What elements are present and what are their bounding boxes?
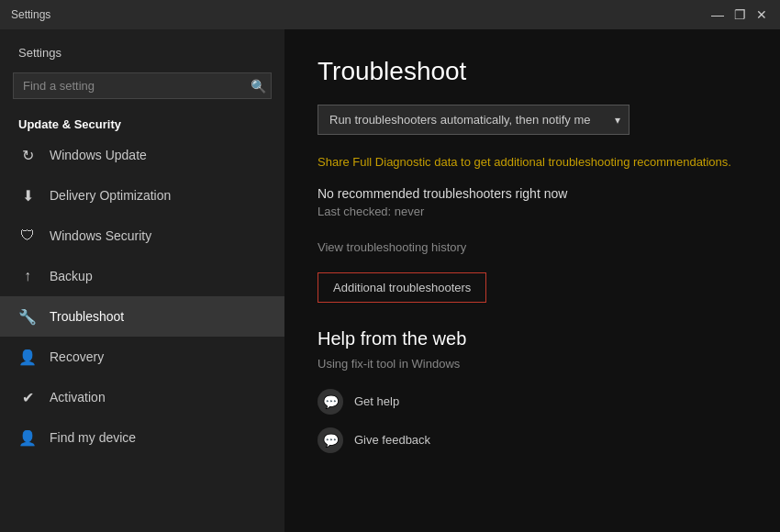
sidebar-section-label: Update & Security (0, 110, 284, 135)
sidebar-item-label-activation: Activation (50, 390, 106, 405)
additional-troubleshooters-button[interactable]: Additional troubleshooters (318, 272, 486, 303)
sidebar-item-label-find-my-device: Find my device (50, 430, 136, 445)
close-button[interactable]: ✕ (754, 7, 769, 22)
title-bar: Settings — ❐ ✕ (0, 0, 780, 29)
last-checked-text: Last checked: never (318, 205, 747, 218)
help-item-get-help[interactable]: 💬Get help (318, 389, 747, 415)
backup-icon: ↑ (18, 267, 37, 285)
sidebar-item-recovery[interactable]: 👤Recovery (0, 337, 284, 377)
sidebar-item-label-delivery-optimization: Delivery Optimization (50, 188, 171, 203)
recovery-icon: 👤 (18, 348, 37, 366)
dropdown-row: Run troubleshooters automatically, then … (318, 105, 747, 135)
sidebar-items: ↻Windows Update⬇Delivery Optimization🛡Wi… (0, 135, 284, 458)
get-help-label: Get help (354, 394, 399, 408)
get-help-icon: 💬 (318, 389, 343, 415)
troubleshoot-dropdown-wrapper: Run troubleshooters automatically, then … (318, 105, 630, 135)
sidebar-item-delivery-optimization[interactable]: ⬇Delivery Optimization (0, 175, 284, 216)
windows-update-icon: ↻ (18, 146, 37, 164)
sidebar-header: Settings (0, 29, 284, 67)
sidebar-item-troubleshoot[interactable]: 🔧Troubleshoot (0, 296, 284, 337)
troubleshoot-dropdown[interactable]: Run troubleshooters automatically, then … (318, 105, 630, 135)
delivery-optimization-icon: ⬇ (18, 186, 37, 205)
give-feedback-icon: 💬 (318, 427, 343, 453)
help-item-give-feedback[interactable]: 💬Give feedback (318, 427, 747, 453)
using-fixit-text: Using fix-it tool in Windows (318, 357, 747, 371)
give-feedback-label: Give feedback (354, 433, 430, 447)
sidebar-item-backup[interactable]: ↑Backup (0, 256, 284, 296)
sidebar-item-label-recovery: Recovery (50, 349, 104, 364)
search-box: 🔍 (13, 72, 272, 99)
minimize-button[interactable]: — (710, 7, 725, 22)
app-title: Settings (11, 8, 50, 21)
diagnostic-link[interactable]: Share Full Diagnostic data to get additi… (318, 153, 747, 172)
window-controls: — ❐ ✕ (710, 7, 769, 22)
app-body: Settings 🔍 Update & Security ↻Windows Up… (0, 29, 780, 532)
restore-button[interactable]: ❐ (732, 7, 747, 22)
activation-icon: ✔ (18, 388, 37, 406)
sidebar-item-windows-security[interactable]: 🛡Windows Security (0, 216, 284, 256)
sidebar-item-label-troubleshoot: Troubleshoot (50, 309, 124, 324)
no-troubleshooters-text: No recommended troubleshooters right now (318, 186, 747, 201)
help-items: 💬Get help💬Give feedback (318, 389, 747, 453)
search-button[interactable]: 🔍 (251, 79, 266, 94)
sidebar-item-activation[interactable]: ✔Activation (0, 377, 284, 417)
sidebar-item-label-windows-update: Windows Update (50, 148, 147, 162)
page-title: Troubleshoot (318, 57, 747, 86)
view-history-link[interactable]: View troubleshooting history (318, 240, 747, 254)
sidebar-item-label-windows-security: Windows Security (50, 228, 151, 243)
search-input[interactable] (13, 72, 272, 99)
troubleshoot-icon: 🔧 (18, 307, 37, 326)
windows-security-icon: 🛡 (18, 227, 37, 245)
find-my-device-icon: 👤 (18, 428, 37, 447)
content-area: Troubleshoot Run troubleshooters automat… (284, 29, 780, 532)
sidebar-item-find-my-device[interactable]: 👤Find my device (0, 417, 284, 458)
help-title: Help from the web (318, 328, 747, 349)
sidebar: Settings 🔍 Update & Security ↻Windows Up… (0, 29, 284, 532)
sidebar-item-windows-update[interactable]: ↻Windows Update (0, 135, 284, 175)
sidebar-item-label-backup: Backup (50, 269, 93, 283)
